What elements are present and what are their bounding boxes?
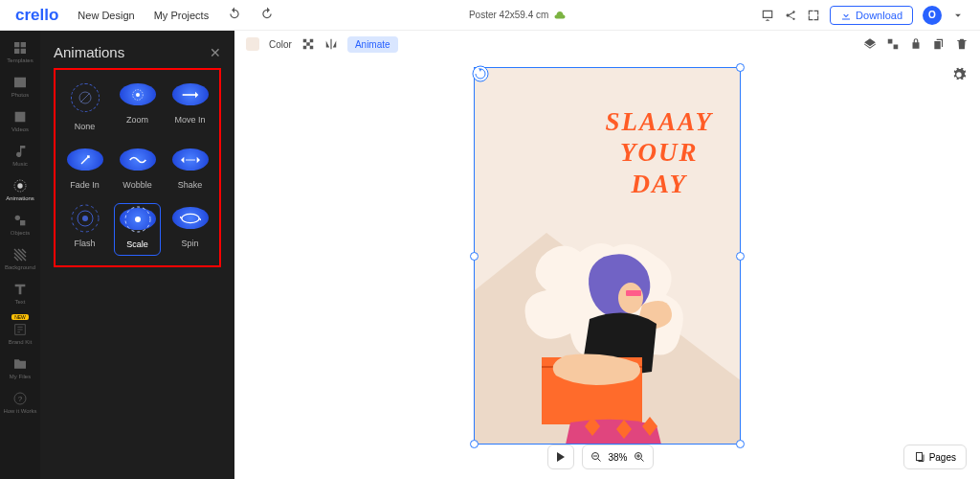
redo-button[interactable] [260, 7, 274, 24]
sidebar-item-animations[interactable]: Animations [0, 174, 40, 205]
scale-icon [120, 208, 156, 230]
anim-spin[interactable]: Spin [167, 203, 213, 256]
sidebar-item-label: Videos [11, 126, 29, 132]
anim-zoom[interactable]: Zoom [114, 80, 161, 137]
flip-icon[interactable] [324, 37, 338, 51]
svg-point-20 [618, 283, 643, 313]
sidebar-item-howit[interactable]: ?How it Works [0, 387, 40, 418]
anim-label: Flash [74, 239, 95, 248]
sidebar-item-brandkit[interactable]: NEWBrand Kit [0, 312, 40, 349]
svg-point-16 [135, 217, 141, 222]
sidebar-item-label: Photos [11, 92, 30, 98]
bottom-controls: 38% Pages [234, 445, 967, 469]
text-icon [12, 282, 28, 297]
anim-label: Scale [126, 240, 148, 249]
animations-grid: None Zoom Move In Fade In Wobble Shake F… [54, 68, 221, 267]
anim-shake[interactable]: Shake [167, 145, 213, 195]
anim-label: Wobble [122, 180, 151, 190]
delete-icon[interactable] [955, 37, 969, 51]
resize-handle-mr[interactable] [736, 252, 745, 261]
poster: SLAAAY YOUR DAY [475, 68, 740, 444]
lock-icon[interactable] [909, 37, 923, 51]
none-icon [71, 83, 100, 112]
sidebar-item-videos[interactable]: Videos [0, 105, 40, 136]
download-label: Download [856, 10, 902, 21]
animate-button[interactable]: Animate [347, 36, 398, 53]
svg-point-24 [473, 66, 488, 81]
anim-flash[interactable]: Flash [61, 203, 108, 256]
group-icon[interactable] [886, 37, 900, 51]
resize-handle-ml[interactable] [470, 252, 479, 261]
sidebar-item-label: Objects [11, 230, 30, 236]
svg-line-29 [640, 459, 643, 462]
poster-selection[interactable]: SLAAAY YOUR DAY [474, 67, 741, 445]
zoom-controls[interactable]: 38% [582, 445, 653, 469]
svg-point-8 [136, 93, 140, 97]
topbar: crello New Design My Projects Poster 42x… [0, 0, 980, 31]
sidebar-item-label: Brand Kit [9, 339, 33, 345]
chevron-down-icon[interactable] [951, 9, 965, 22]
canvas[interactable]: SLAAAY YOUR DAY [234, 57, 980, 479]
color-label[interactable]: Color [269, 39, 292, 50]
zoom-in-icon[interactable] [634, 451, 645, 463]
svg-point-14 [82, 216, 88, 221]
download-icon [840, 10, 852, 21]
anim-label: Move In [174, 115, 205, 125]
present-icon[interactable] [761, 9, 774, 22]
animations-icon [12, 178, 28, 194]
spin-icon [172, 207, 209, 229]
movein-icon [172, 83, 209, 105]
anim-none[interactable]: None [61, 80, 108, 137]
animations-panel: Animations ✕ None Zoom Move In Fade In W… [40, 31, 234, 479]
sidebar-item-label: Text [14, 299, 25, 305]
sidebar-item-myfiles[interactable]: My Files [0, 353, 40, 383]
nav-new-design[interactable]: New Design [78, 10, 134, 21]
anim-wobble[interactable]: Wobble [114, 145, 161, 195]
sidebar-item-objects[interactable]: Objects [0, 209, 40, 240]
wobble-icon [120, 148, 156, 171]
transparency-icon[interactable] [301, 37, 315, 51]
page-settings-button[interactable] [951, 67, 967, 86]
sidebar-item-label: Background [5, 264, 35, 270]
anim-scale[interactable]: Scale [114, 203, 161, 256]
sidebar-item-music[interactable]: Music [0, 140, 40, 171]
copy-icon[interactable] [932, 37, 946, 51]
resize-icon[interactable] [807, 9, 820, 22]
poster-text: SLAAAY YOUR DAY [605, 106, 713, 199]
svg-point-2 [15, 216, 20, 220]
anim-label: Fade In [70, 180, 100, 190]
anim-movein[interactable]: Move In [167, 80, 213, 137]
anim-fadein[interactable]: Fade In [61, 145, 108, 195]
sidebar-item-background[interactable]: Background [0, 243, 40, 274]
myfiles-icon [12, 356, 28, 372]
close-icon[interactable]: ✕ [210, 45, 221, 60]
nav-my-projects[interactable]: My Projects [154, 10, 209, 21]
download-button[interactable]: Download [830, 6, 913, 25]
layers-icon[interactable] [863, 37, 877, 51]
color-swatch[interactable] [246, 37, 259, 51]
poster-line1: SLAAAY [605, 106, 713, 137]
sidebar-item-templates[interactable]: Templates [0, 36, 40, 67]
resize-handle-tr[interactable] [736, 63, 745, 72]
pages-button[interactable]: Pages [903, 445, 967, 469]
svg-text:?: ? [18, 395, 23, 403]
undo-button[interactable] [228, 7, 241, 24]
rotate-handle[interactable] [472, 65, 489, 82]
svg-rect-32 [916, 453, 922, 461]
left-rail: Templates Photos Videos Music Animations… [0, 31, 40, 479]
logo[interactable]: crello [15, 6, 58, 25]
objects-icon [12, 213, 28, 228]
poster-illustration [475, 233, 740, 444]
brandkit-icon [12, 322, 28, 337]
sidebar-item-label: How it Works [3, 408, 36, 414]
sidebar-item-photos[interactable]: Photos [0, 71, 40, 102]
sidebar-item-text[interactable]: Text [0, 278, 40, 308]
sidebar-item-label: My Files [10, 374, 31, 379]
panel-title: Animations [54, 44, 124, 60]
zoom-out-icon[interactable] [590, 451, 602, 463]
avatar[interactable]: O [923, 6, 942, 25]
share-icon[interactable] [784, 9, 797, 22]
sidebar-item-label: Templates [7, 57, 33, 63]
fadein-icon [67, 148, 103, 171]
play-button[interactable] [547, 445, 574, 469]
